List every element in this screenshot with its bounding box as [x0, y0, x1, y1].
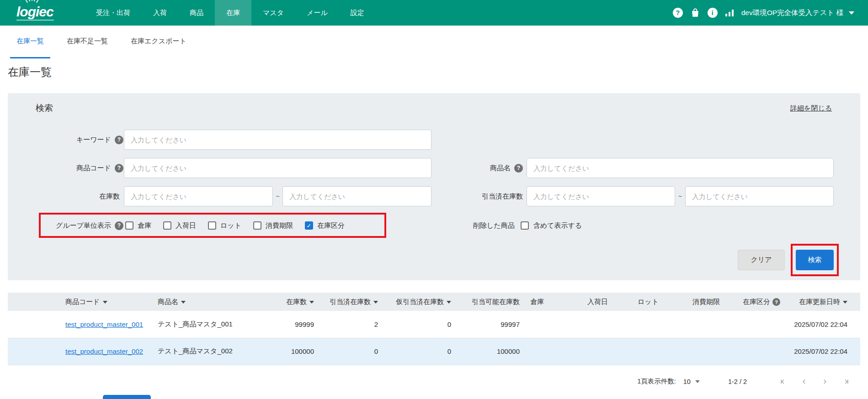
tab-inventory-list[interactable]: 在庫一覧 [10, 26, 50, 58]
help-icon[interactable]: ? [673, 8, 683, 18]
product-code-input[interactable] [124, 158, 431, 178]
sort-desc-icon [103, 301, 107, 304]
logo-sunburst-icon [26, 0, 38, 3]
stock-range-separator: ~ [273, 193, 282, 200]
table-header-row: 商品コード 商品名 在庫数 引当済在庫数 仮引当済在庫数 引当可能在庫数 倉庫 … [8, 293, 860, 311]
per-page-label: 1頁表示件数: [637, 377, 676, 386]
allocated-qty-min-input[interactable] [527, 186, 675, 206]
top-navbar: logiec 受注・出荷 入荷 商品 在庫 マスタ メール 設定 ? i [0, 0, 868, 26]
user-account-menu[interactable]: dev環境OP完全体受入テスト 様 [741, 8, 854, 18]
nav-item-orders[interactable]: 受注・出荷 [85, 0, 142, 26]
header-stock-type: 在庫区分? [738, 293, 791, 311]
page-title: 在庫一覧 [8, 65, 868, 80]
checkbox-item-expiry[interactable]: 消費期限 [253, 221, 293, 230]
keyword-input[interactable] [124, 130, 431, 150]
header-available: 引当可能在庫数 [457, 293, 526, 311]
product-code-link[interactable]: test_product_master_001 [65, 320, 143, 328]
nav-item-mail[interactable]: メール [295, 0, 339, 26]
allocated-qty-label: 引当済在庫数 [482, 192, 523, 201]
header-expiry: 消費期限 [688, 293, 738, 311]
product-code-help-icon[interactable]: ? [115, 164, 123, 173]
stock-type-help-icon[interactable]: ? [772, 298, 780, 306]
checkbox-item-stock-type[interactable]: 在庫区分 [305, 221, 345, 230]
last-page-button[interactable] [842, 378, 850, 386]
prev-page-button[interactable] [800, 378, 808, 386]
header-warehouse: 倉庫 [526, 293, 583, 311]
include-deleted-checkbox[interactable] [521, 221, 529, 230]
sort-desc-icon [373, 301, 378, 304]
stock-qty-label: 在庫数 [99, 192, 120, 201]
lot-checkbox[interactable] [208, 221, 216, 230]
nav-item-settings[interactable]: 設定 [339, 0, 376, 26]
deleted-products-label: 削除した商品 [473, 221, 515, 230]
nav-item-master[interactable]: マスタ [251, 0, 295, 26]
search-button[interactable]: 検索 [796, 250, 834, 270]
sub-tabbar: 在庫一覧 在庫不足一覧 在庫エクスポート [0, 26, 868, 58]
product-name-help-icon[interactable]: ? [514, 164, 523, 173]
sort-desc-icon [309, 301, 314, 304]
nav-item-inventory[interactable]: 在庫 [215, 0, 251, 26]
per-page-select[interactable]: 10 [683, 378, 700, 385]
product-name-label: 商品名 [490, 164, 511, 173]
keyword-help-icon[interactable]: ? [115, 136, 123, 144]
warehouse-checkbox[interactable] [125, 221, 133, 230]
table-row: test_product_master_002 テスト_商品マスタ_002 10… [8, 338, 860, 365]
nav-item-receiving[interactable]: 入荷 [142, 0, 178, 26]
next-page-button[interactable] [821, 378, 829, 386]
product-name-input[interactable] [527, 158, 834, 178]
sort-desc-icon [181, 301, 186, 304]
header-arrival-date: 入荷日 [583, 293, 633, 311]
shopping-bag-icon[interactable] [690, 8, 700, 18]
pager-controls [766, 378, 850, 386]
first-page-button[interactable] [779, 378, 787, 386]
tab-inventory-shortage[interactable]: 在庫不足一覧 [60, 26, 114, 58]
checkbox-item-lot[interactable]: ロット [208, 221, 241, 230]
header-temp-allocated[interactable]: 仮引当済在庫数 [384, 293, 457, 311]
signal-bars-icon[interactable] [725, 9, 734, 17]
keyword-label: キーワード [76, 136, 111, 144]
logiec-logo[interactable]: logiec [0, 0, 85, 26]
group-display-help-icon[interactable]: ? [115, 221, 123, 230]
header-stock[interactable]: 在庫数 [256, 293, 320, 311]
allocated-range-separator: ~ [675, 193, 685, 200]
bottom-partial-button[interactable] [103, 395, 151, 399]
header-product-name[interactable]: 商品名 [153, 293, 256, 311]
include-deleted-label: 含めて表示する [533, 221, 582, 230]
tab-inventory-export[interactable]: 在庫エクスポート [124, 26, 193, 58]
info-icon[interactable]: i [708, 8, 718, 18]
logo-text: logiec [16, 5, 85, 19]
user-name: dev環境OP完全体受入テスト 様 [741, 8, 843, 18]
product-code-link[interactable]: test_product_master_002 [65, 347, 143, 355]
chevron-down-icon [695, 380, 700, 383]
sort-desc-icon [447, 301, 451, 304]
arrival-date-checkbox[interactable] [163, 221, 171, 230]
checkbox-item-warehouse[interactable]: 倉庫 [125, 221, 151, 230]
close-details-link[interactable]: 詳細を閉じる [790, 104, 832, 113]
main-menu: 受注・出荷 入荷 商品 在庫 マスタ メール 設定 [85, 0, 376, 26]
logo-tagline [16, 20, 54, 21]
allocated-qty-max-input[interactable] [685, 186, 834, 206]
group-display-label: グループ単位表示 [56, 221, 111, 230]
header-lot: ロット [633, 293, 688, 311]
product-code-label: 商品コード [76, 164, 111, 173]
header-allocated[interactable]: 引当済在庫数 [320, 293, 384, 311]
pagination-bar: 1頁表示件数: 10 1-2 / 2 [0, 373, 868, 391]
clear-button[interactable]: クリア [738, 250, 785, 270]
search-panel: 検索 詳細を閉じる キーワード ? 商品コード ? 商品名 ? 在庫数 ~ [8, 93, 860, 280]
search-panel-title: 検索 [36, 102, 53, 114]
header-updated-at[interactable]: 在庫更新日時 [791, 293, 860, 311]
expiry-checkbox[interactable] [253, 221, 261, 230]
table-row: test_product_master_001 テスト_商品マスタ_001 99… [8, 311, 860, 338]
header-product-code[interactable]: 商品コード [8, 293, 153, 311]
inventory-table: 商品コード 商品名 在庫数 引当済在庫数 仮引当済在庫数 引当可能在庫数 倉庫 … [8, 293, 860, 365]
stock-type-checkbox[interactable] [305, 221, 313, 230]
checkbox-item-arrival-date[interactable]: 入荷日 [163, 221, 196, 230]
stock-qty-min-input[interactable] [124, 186, 273, 206]
nav-item-products[interactable]: 商品 [178, 0, 215, 26]
navbar-right: ? i dev環境OP完全体受入テスト 様 [666, 0, 868, 26]
pagination-range: 1-2 / 2 [728, 378, 747, 385]
chevron-down-icon [849, 11, 854, 15]
sort-desc-icon [843, 301, 847, 304]
